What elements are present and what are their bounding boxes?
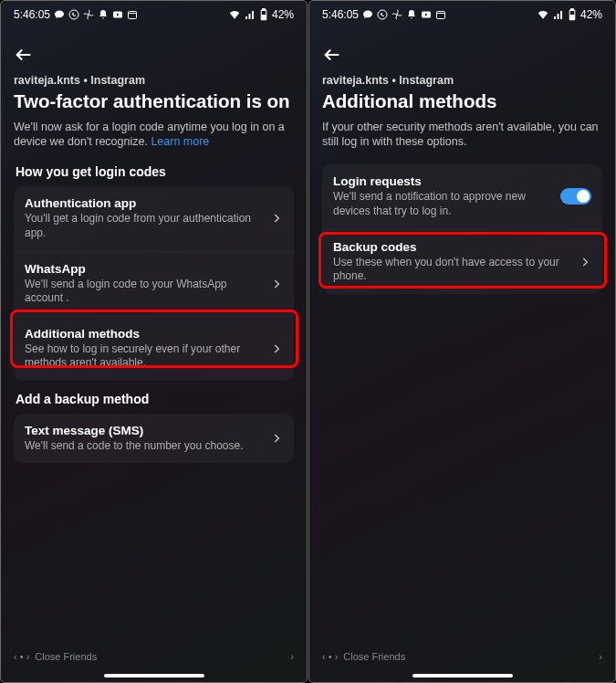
row-subtitle: You'll get a login code from your authen… — [25, 212, 263, 240]
chevron-right-icon — [579, 256, 591, 268]
screen-2fa-on: 5:46:05 42% raviteja.knts • Instagram Tw… — [0, 0, 308, 683]
whatsapp-icon — [377, 9, 388, 20]
status-battery: 42% — [272, 8, 294, 21]
row-title: Text message (SMS) — [25, 424, 263, 437]
svg-rect-12 — [437, 12, 445, 19]
arrow-left-icon — [322, 45, 342, 65]
status-time: 5:46:05 — [322, 8, 359, 21]
row-authentication-app[interactable]: Authentication app You'll get a login co… — [14, 186, 294, 250]
row-subtitle: We'll send a login code to your WhatsApp… — [25, 278, 263, 306]
row-subtitle: Use these when you don't have access to … — [333, 256, 571, 284]
row-subtitle: See how to log in securely even if your … — [25, 342, 263, 371]
row-additional-methods[interactable]: Additional methods See how to log in sec… — [14, 316, 294, 381]
svg-rect-3 — [129, 12, 137, 19]
login-requests-toggle[interactable] — [560, 188, 591, 205]
youtube-icon — [421, 9, 432, 20]
status-time: 5:46:05 — [14, 8, 50, 21]
back-button[interactable] — [322, 45, 344, 67]
status-bar: 5:46:05 42% — [309, 1, 615, 28]
fan-icon — [392, 9, 402, 20]
chevron-right-icon — [270, 212, 283, 225]
battery-icon — [568, 8, 577, 21]
chevron-right-icon — [270, 278, 283, 290]
screen-additional-methods: 5:46:05 42% raviteja.knts • Instagram Ad… — [308, 0, 616, 683]
bell-icon — [406, 9, 417, 20]
breadcrumb: raviteja.knts • Instagram — [14, 74, 294, 87]
bottom-nav-preview: ‹ • ›Close Friends› — [309, 649, 615, 664]
bottom-nav-preview: ‹ • ›Close Friends› — [1, 649, 307, 664]
calendar-icon — [435, 9, 446, 20]
battery-icon — [259, 8, 268, 21]
bell-icon — [98, 9, 109, 20]
row-whatsapp[interactable]: WhatsApp We'll send a login code to your… — [14, 251, 294, 316]
page-title: Additional methods — [322, 90, 602, 112]
home-indicator[interactable] — [412, 674, 513, 678]
chat-bubble-icon — [54, 9, 65, 20]
youtube-icon — [112, 9, 123, 20]
learn-more-link[interactable]: Learn more — [151, 135, 209, 148]
row-login-requests[interactable]: Login requests We'll send a notification… — [322, 164, 602, 228]
chevron-right-icon — [270, 342, 283, 355]
fan-icon — [83, 9, 94, 20]
row-title: Additional methods — [25, 327, 263, 341]
row-title: Login requests — [333, 174, 553, 188]
wifi-icon — [228, 9, 241, 20]
whatsapp-icon — [68, 9, 79, 20]
back-button[interactable] — [14, 45, 36, 67]
svg-point-9 — [378, 10, 387, 19]
row-backup-codes[interactable]: Backup codes Use these when you don't ha… — [322, 229, 602, 294]
row-title: Authentication app — [25, 196, 263, 210]
svg-point-10 — [396, 14, 398, 16]
signal-icon — [553, 9, 564, 20]
row-title: WhatsApp — [25, 262, 263, 276]
page-title: Two-factor authentication is on — [14, 90, 294, 112]
home-indicator[interactable] — [104, 674, 204, 678]
svg-rect-16 — [570, 16, 574, 19]
chevron-right-icon — [270, 432, 283, 445]
wifi-icon — [537, 9, 549, 20]
arrow-left-icon — [14, 45, 34, 65]
status-bar: 5:46:05 42% — [1, 1, 307, 28]
svg-rect-7 — [262, 16, 266, 19]
breadcrumb: raviteja.knts • Instagram — [322, 74, 602, 87]
calendar-icon — [127, 9, 138, 20]
page-description: We'll now ask for a login code anytime y… — [14, 120, 294, 151]
row-title: Backup codes — [333, 240, 571, 254]
section-add-backup-method: Add a backup method — [16, 392, 292, 406]
chat-bubble-icon — [362, 9, 373, 20]
status-battery: 42% — [580, 8, 602, 21]
row-subtitle: We'll send a notification to approve new… — [333, 190, 553, 218]
row-text-message[interactable]: Text message (SMS) We'll send a code to … — [14, 414, 294, 464]
svg-rect-15 — [571, 9, 574, 10]
page-description: If your other security methods aren't av… — [322, 120, 602, 151]
svg-point-0 — [69, 10, 78, 19]
svg-point-1 — [88, 14, 89, 16]
row-subtitle: We'll send a code to the number you choo… — [25, 439, 263, 454]
signal-icon — [245, 9, 256, 20]
svg-rect-6 — [263, 9, 266, 10]
section-how-you-get-codes: How you get login codes — [16, 164, 292, 179]
